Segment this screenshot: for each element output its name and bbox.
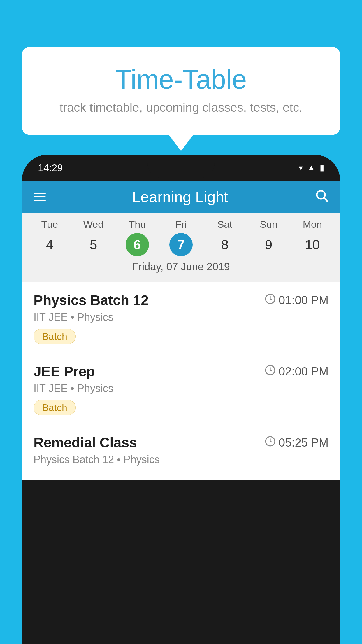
- selected-date-label: Friday, 07 June 2019: [28, 256, 334, 279]
- camera-dot: [178, 164, 184, 170]
- day-6-today[interactable]: 6: [126, 233, 149, 256]
- class-title: Physics Batch 12: [34, 292, 149, 308]
- day-4[interactable]: 4: [38, 233, 61, 256]
- svg-line-1: [324, 198, 327, 201]
- day-9[interactable]: 9: [257, 233, 280, 256]
- speech-bubble-title: Time-Table: [36, 64, 326, 95]
- signal-icon: ▲: [307, 163, 315, 172]
- battery-icon: ▮: [320, 163, 324, 173]
- class-time: 01:00 PM: [265, 293, 328, 307]
- clock-icon-3: [265, 436, 276, 449]
- day-7-selected[interactable]: 7: [169, 233, 193, 256]
- calendar-strip[interactable]: Tue Wed Thu Fri Sat Sun Mon 4 5 6 7 8: [22, 213, 340, 282]
- speech-bubble-card: Time-Table track timetable, upcoming cla…: [22, 47, 340, 135]
- batch-badge-2: Batch: [34, 400, 76, 415]
- day-10[interactable]: 10: [301, 233, 324, 256]
- day-label-fri: Fri: [159, 219, 203, 230]
- status-time: 14:29: [38, 162, 63, 174]
- day-label-wed: Wed: [71, 219, 115, 230]
- class-subtitle-2: IIT JEE • Physics: [34, 382, 328, 395]
- day-label-tue: Tue: [28, 219, 71, 230]
- app-bar: Learning Light: [22, 181, 340, 213]
- hamburger-menu-icon[interactable]: [34, 193, 46, 201]
- class-time-value-2: 02:00 PM: [279, 365, 328, 378]
- app-title: Learning Light: [132, 188, 228, 206]
- clock-icon-2: [265, 365, 276, 378]
- clock-icon: [265, 293, 276, 307]
- notch: [147, 155, 215, 175]
- phone-frame: 14:29 ▾ ▲ ▮ Learning Light: [22, 155, 340, 644]
- class-item-physics-batch-12[interactable]: Physics Batch 12 01:00 PM: [22, 282, 340, 353]
- day-labels-row: Tue Wed Thu Fri Sat Sun Mon: [28, 219, 334, 230]
- day-label-sat: Sat: [203, 219, 247, 230]
- day-8[interactable]: 8: [213, 233, 236, 256]
- class-item-header-3: Remedial Class 05:25 PM: [34, 435, 328, 451]
- class-title-2: JEE Prep: [34, 363, 95, 379]
- speech-bubble-subtitle: track timetable, upcoming classes, tests…: [36, 101, 326, 115]
- class-subtitle-3: Physics Batch 12 • Physics: [34, 454, 328, 466]
- class-item-jee-prep[interactable]: JEE Prep 02:00 PM: [22, 353, 340, 424]
- day-label-thu: Thu: [115, 219, 159, 230]
- day-numbers-row: 4 5 6 7 8 9 10: [28, 233, 334, 256]
- status-icons: ▾ ▲ ▮: [299, 163, 324, 173]
- day-label-mon: Mon: [291, 219, 334, 230]
- class-item-header: Physics Batch 12 01:00 PM: [34, 292, 328, 308]
- class-time-value: 01:00 PM: [279, 294, 328, 307]
- class-time-2: 02:00 PM: [265, 365, 328, 378]
- day-5[interactable]: 5: [82, 233, 105, 256]
- phone-screen: Tue Wed Thu Fri Sat Sun Mon 4 5 6 7 8: [22, 213, 340, 480]
- class-item-remedial[interactable]: Remedial Class 05:25 PM: [22, 424, 340, 480]
- class-time-value-3: 05:25 PM: [279, 436, 328, 449]
- class-time-3: 05:25 PM: [265, 436, 328, 449]
- class-item-header-2: JEE Prep 02:00 PM: [34, 363, 328, 379]
- status-bar: 14:29 ▾ ▲ ▮: [22, 155, 340, 181]
- class-title-3: Remedial Class: [34, 435, 137, 451]
- class-list: Physics Batch 12 01:00 PM: [22, 282, 340, 480]
- day-label-sun: Sun: [247, 219, 290, 230]
- batch-badge: Batch: [34, 329, 76, 344]
- wifi-icon: ▾: [299, 163, 303, 173]
- search-button[interactable]: [314, 188, 328, 206]
- class-subtitle: IIT JEE • Physics: [34, 311, 328, 323]
